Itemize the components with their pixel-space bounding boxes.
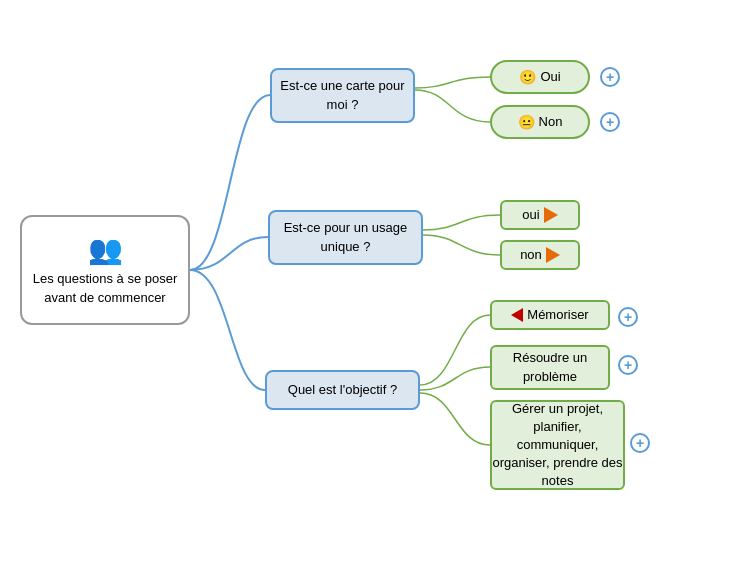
answer-oui2-label: oui — [522, 206, 539, 224]
answer-non2-label: non — [520, 246, 542, 264]
plus-gerer-button[interactable]: + — [630, 433, 650, 453]
question-usage-node: Est-ce pour un usage unique ? — [268, 210, 423, 265]
answer-gerer-label: Gérer un projet, planifier, communiquer,… — [492, 400, 623, 491]
answer-non-node: 😐 Non — [490, 105, 590, 139]
memoriser-arrow-icon — [511, 308, 523, 322]
question-usage-label: Est-ce pour un usage unique ? — [270, 219, 421, 255]
answer-non2-node: non — [500, 240, 580, 270]
plus-oui-button[interactable]: + — [600, 67, 620, 87]
answer-oui-label: Oui — [540, 68, 560, 86]
plus-memoriser-button[interactable]: + — [618, 307, 638, 327]
answer-memoriser-node: Mémoriser — [490, 300, 610, 330]
answer-non-label: Non — [539, 113, 563, 131]
non2-arrow-icon — [546, 247, 560, 263]
question-carte-node: Est-ce une carte pour moi ? — [270, 68, 415, 123]
root-node: 👥 Les questions à se poser avant de comm… — [20, 215, 190, 325]
answer-resoudre-label: Résoudre un problème — [492, 349, 608, 385]
question-objectif-label: Quel est l'objectif ? — [288, 381, 397, 399]
non-emoji: 😐 — [518, 114, 535, 130]
answer-gerer-node: Gérer un projet, planifier, communiquer,… — [490, 400, 625, 490]
root-avatar: 👥 — [88, 233, 123, 266]
question-carte-label: Est-ce une carte pour moi ? — [272, 77, 413, 113]
answer-memoriser-label: Mémoriser — [527, 306, 588, 324]
oui2-arrow-icon — [544, 207, 558, 223]
answer-resoudre-node: Résoudre un problème — [490, 345, 610, 390]
plus-non-button[interactable]: + — [600, 112, 620, 132]
root-label: Les questions à se poser avant de commen… — [22, 270, 188, 306]
answer-oui-node: 🙂 Oui — [490, 60, 590, 94]
plus-resoudre-button[interactable]: + — [618, 355, 638, 375]
question-objectif-node: Quel est l'objectif ? — [265, 370, 420, 410]
oui-emoji: 🙂 — [519, 69, 536, 85]
answer-oui2-node: oui — [500, 200, 580, 230]
